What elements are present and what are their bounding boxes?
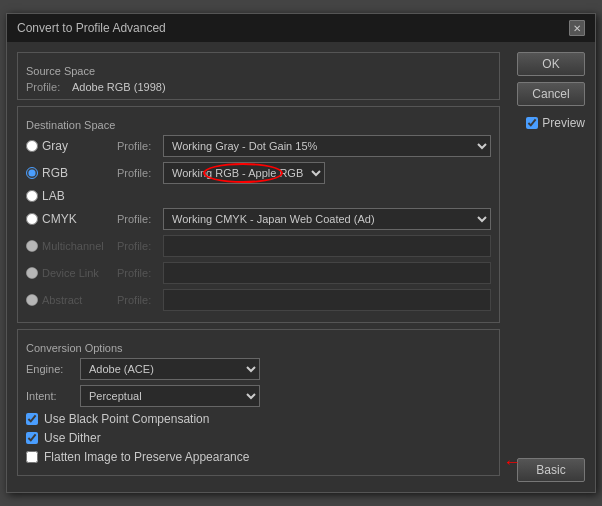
gray-profile-label: Profile: — [117, 140, 157, 152]
radio-devicelink-text: Device Link — [42, 267, 99, 279]
intent-row: Intent: Perceptual — [26, 385, 491, 407]
radio-abstract-text: Abstract — [42, 294, 82, 306]
checkbox-black-point[interactable] — [26, 413, 38, 425]
radio-cmyk-label[interactable]: CMYK — [26, 212, 111, 226]
source-profile-row: Profile: Adobe RGB (1998) — [26, 81, 491, 93]
radio-abstract-label: Abstract — [26, 294, 111, 306]
dialog-title: Convert to Profile Advanced — [17, 21, 166, 35]
engine-select[interactable]: Adobe (ACE) — [80, 358, 260, 380]
cmyk-profile-select[interactable]: Working CMYK - Japan Web Coated (Ad) — [163, 208, 491, 230]
engine-label: Engine: — [26, 363, 74, 375]
source-space-label: Source Space — [26, 65, 491, 77]
radio-rgb[interactable] — [26, 167, 38, 179]
multichannel-profile-input — [163, 235, 491, 257]
dest-space-label: Destination Space — [26, 119, 491, 131]
dest-row-cmyk: CMYK Profile: Working CMYK - Japan Web C… — [26, 208, 491, 230]
radio-abstract — [26, 294, 38, 306]
gray-profile-select[interactable]: Working Gray - Dot Gain 15% — [163, 135, 491, 157]
checkbox-black-point-row: Use Black Point Compensation — [26, 412, 491, 426]
close-button[interactable]: ✕ — [569, 20, 585, 36]
radio-rgb-text: RGB — [42, 166, 68, 180]
source-profile-value: Adobe RGB (1998) — [72, 81, 166, 93]
checkbox-dither[interactable] — [26, 432, 38, 444]
title-bar: Convert to Profile Advanced ✕ — [7, 14, 595, 42]
engine-row: Engine: Adobe (ACE) — [26, 358, 491, 380]
conversion-options-label: Conversion Options — [26, 342, 491, 354]
source-profile-label: Profile: — [26, 81, 66, 93]
dest-row-lab: LAB — [26, 189, 491, 203]
radio-lab[interactable] — [26, 190, 38, 202]
preview-row: Preview — [526, 116, 585, 130]
checkbox-preview[interactable] — [526, 117, 538, 129]
intent-select[interactable]: Perceptual — [80, 385, 260, 407]
devicelink-profile-label: Profile: — [117, 267, 157, 279]
radio-multichannel-text: Multichannel — [42, 240, 104, 252]
multichannel-profile-label: Profile: — [117, 240, 157, 252]
checkbox-black-point-label: Use Black Point Compensation — [44, 412, 209, 426]
source-space-section: Source Space Profile: Adobe RGB (1998) — [17, 52, 500, 100]
radio-multichannel — [26, 240, 38, 252]
radio-cmyk[interactable] — [26, 213, 38, 225]
dest-row-abstract: Abstract Profile: — [26, 289, 491, 311]
checkbox-dither-label: Use Dither — [44, 431, 101, 445]
checkbox-flatten[interactable] — [26, 451, 38, 463]
intent-label: Intent: — [26, 390, 74, 402]
ok-button[interactable]: OK — [517, 52, 585, 76]
basic-button[interactable]: Basic — [517, 458, 585, 482]
abstract-profile-input — [163, 289, 491, 311]
radio-cmyk-text: CMYK — [42, 212, 77, 226]
left-panel: Source Space Profile: Adobe RGB (1998) D… — [17, 52, 500, 482]
cancel-button[interactable]: Cancel — [517, 82, 585, 106]
dest-row-devicelink: Device Link Profile: — [26, 262, 491, 284]
radio-gray-text: Gray — [42, 139, 68, 153]
checkbox-flatten-label: Flatten Image to Preserve Appearance — [44, 450, 249, 464]
right-panel: OK Cancel Preview Basic — [510, 52, 585, 482]
radio-devicelink — [26, 267, 38, 279]
dest-row-multichannel: Multichannel Profile: — [26, 235, 491, 257]
dialog-convert-profile: Convert to Profile Advanced ✕ Source Spa… — [6, 13, 596, 493]
destination-space-section: Destination Space Gray Profile: Working … — [17, 106, 500, 323]
radio-multichannel-label: Multichannel — [26, 240, 111, 252]
radio-gray-label[interactable]: Gray — [26, 139, 111, 153]
rgb-profile-label: Profile: — [117, 167, 157, 179]
radio-lab-text: LAB — [42, 189, 65, 203]
radio-gray[interactable] — [26, 140, 38, 152]
devicelink-profile-input — [163, 262, 491, 284]
abstract-profile-label: Profile: — [117, 294, 157, 306]
preview-label: Preview — [542, 116, 585, 130]
radio-lab-label[interactable]: LAB — [26, 189, 111, 203]
dest-row-rgb: RGB Profile: Working RGB - Apple RGB — [26, 162, 491, 184]
radio-devicelink-label: Device Link — [26, 267, 111, 279]
radio-rgb-label[interactable]: RGB — [26, 166, 111, 180]
cmyk-profile-label: Profile: — [117, 213, 157, 225]
conversion-options-section: Conversion Options Engine: Adobe (ACE) I… — [17, 329, 500, 476]
checkbox-dither-row: Use Dither — [26, 431, 491, 445]
rgb-profile-select[interactable]: Working RGB - Apple RGB — [163, 162, 325, 184]
dest-row-gray: Gray Profile: Working Gray - Dot Gain 15… — [26, 135, 491, 157]
rgb-profile-wrapper: Working RGB - Apple RGB — [163, 162, 491, 184]
checkbox-flatten-row: Flatten Image to Preserve Appearance ← — [26, 450, 491, 464]
